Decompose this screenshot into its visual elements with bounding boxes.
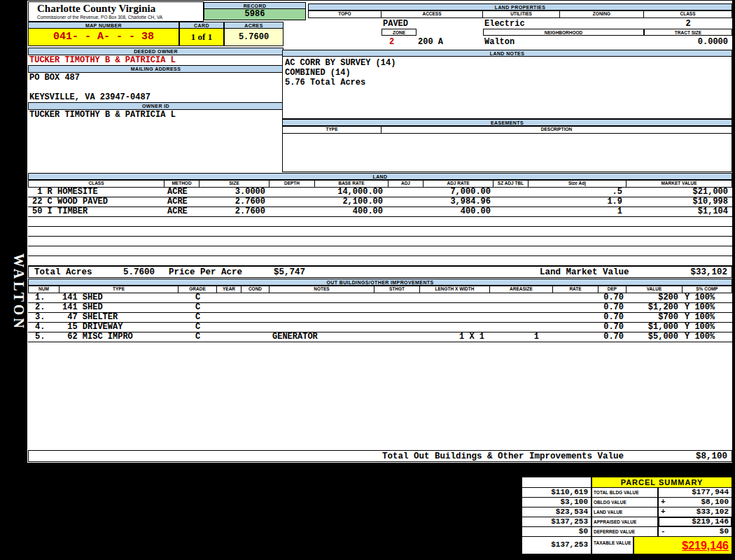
taxable-value-row: $137,253 TAXABLE VALUE $219,146: [522, 536, 732, 554]
ob-cell-comp: Y 100%: [682, 313, 732, 322]
access-value: PAVED: [383, 20, 408, 28]
easements-description-header: DESCRIPTION: [382, 126, 732, 134]
ob-cell-num: 5.: [28, 332, 59, 342]
land-properties-header-row: TOPO ACCESS UTILITIES ZONING CLASS: [308, 10, 732, 18]
ob-cell-type: 141 SHED: [59, 293, 178, 302]
land-col-size-adj: Size Adj: [528, 180, 626, 188]
ob-cell-rate: [553, 303, 598, 312]
previous-value: $0: [522, 526, 592, 537]
ob-cell-cond: [241, 323, 270, 332]
mailing-address-label: MAILING ADDRESS: [28, 65, 284, 73]
out-buildings-total-value: $8,100: [696, 451, 727, 462]
out-buildings-label: OUT BUILDINGS/OTHER IMPROVEMENTS: [28, 279, 732, 286]
land-cell-method: ACRE: [164, 188, 200, 197]
map-number-label: MAP NUMBER: [28, 22, 179, 29]
ob-cell-sthgt: [374, 323, 420, 332]
land-cell-adj: [388, 197, 424, 206]
neighborhood-header: NEIGHBORHOOD: [483, 29, 644, 36]
land-total-row: Total Acres 5.7600 Price Per Acre $5,747…: [28, 266, 732, 278]
land-col-size: SIZE: [200, 180, 270, 188]
record-value: 5986: [204, 9, 306, 20]
land-cell-adj: [388, 207, 424, 216]
land-cell-market-value: $1,104: [626, 207, 732, 216]
ob-cell-rate: [553, 293, 598, 302]
previous-value: $137,253: [522, 517, 592, 527]
land-col-adj-rate: ADJ RATE: [424, 180, 493, 188]
total-acres-label: Total Acres: [34, 267, 92, 278]
land-cell-depth: [270, 197, 315, 206]
land-cell-size: 3.0000: [200, 188, 270, 197]
acres-value: 5.7600: [224, 29, 284, 46]
ob-cell-value: $700: [626, 313, 682, 322]
address-line-2: KEYSVILLE, VA 23947-0487: [28, 92, 284, 102]
value-label: TOTAL BLDG VALUE: [592, 487, 658, 498]
land-cell-method: ACRE: [164, 197, 200, 206]
out-buildings-rows: 1. 141 SHED C 0.70 $200 Y 100% 2. 141 SH…: [28, 293, 732, 342]
ob-col-areasize: AREASIZE: [490, 286, 553, 293]
current-value: $33,102: [696, 507, 729, 517]
ob-cell-cond: [241, 332, 270, 342]
ob-cell-type: 62 MISC IMPRO: [59, 332, 178, 342]
land-cell-size: 2.7600: [200, 207, 270, 216]
land-cell-sz-adj-tbl: [493, 207, 528, 216]
ob-cell-notes: GENERATOR: [270, 332, 374, 342]
land-table-header: CLASS METHOD SIZE DEPTH BASE RATE ADJ AD…: [28, 180, 732, 188]
ob-cell-grade: C: [178, 323, 217, 332]
ob-cell-grade: C: [178, 303, 217, 312]
ob-cell-dep: 0.70: [598, 332, 626, 342]
land-cell-adj-rate: 3,984.96: [424, 197, 493, 206]
land-notes-box: AC CORR BY SURVEY (14) COMBINED (14) 5.7…: [282, 57, 732, 119]
ob-cell-year: [217, 313, 241, 322]
land-cell-method: ACRE: [164, 207, 200, 216]
taxable-previous-value: $137,253: [522, 536, 592, 554]
out-buildings-total-label: Total Out Buildings & Other Improvements…: [382, 451, 624, 462]
land-cell-market-value: $21,000: [626, 188, 732, 197]
ob-cell-length-width: [420, 313, 490, 322]
parcel-summary-rows: $110,619 TOTAL BLDG VALUE $177,944 $3,10…: [522, 487, 732, 537]
land-cell-size: 2.7600: [200, 197, 270, 206]
parcel-summary-row: $110,619 TOTAL BLDG VALUE $177,944: [522, 487, 732, 498]
ob-cell-comp: Y 100%: [682, 323, 732, 332]
out-building-row: 1. 141 SHED C 0.70 $200 Y 100%: [28, 293, 732, 303]
land-col-market-value: MARKET VALUE: [626, 180, 732, 188]
land-table-rows: 1 R HOMESITE ACRE 3.0000 14,000.00 7,000…: [28, 188, 732, 217]
land-cell-size-adj: .5: [528, 188, 626, 197]
ob-col-comp: S% COMP: [682, 286, 732, 293]
taxable-value-label: TAXABLE VALUE: [592, 536, 634, 554]
ob-cell-num: 4.: [28, 323, 59, 332]
land-section-label: LAND: [28, 173, 732, 180]
ob-cell-areasize: [490, 323, 553, 332]
land-col-depth: DEPTH: [270, 180, 315, 188]
ob-cell-notes: [270, 303, 374, 312]
zoning-header: ZONING: [560, 10, 644, 18]
land-empty-row: [28, 256, 732, 266]
ob-col-notes: NOTES: [270, 286, 374, 293]
previous-value: $3,100: [522, 497, 592, 507]
operator-sign: -: [661, 527, 666, 536]
value-label: APPRAISED VALUE: [592, 517, 658, 527]
land-col-class: CLASS: [28, 180, 164, 188]
land-note-line-3: 5.76 Total Acres: [285, 78, 729, 88]
land-notes-label: LAND NOTES: [282, 50, 732, 57]
tract-size-header: TRACT SIZE: [644, 29, 732, 36]
record-box: RECORD 5986: [204, 2, 306, 20]
ob-cell-notes: [270, 323, 374, 332]
access-header: ACCESS: [382, 10, 483, 18]
land-properties-label: LAND PROPERTIES: [308, 4, 732, 10]
ob-cell-year: [217, 323, 241, 332]
parcel-summary-row: $3,100 OBLDG VALUE + $8,100: [522, 497, 732, 507]
ob-cell-dep: 0.70: [598, 303, 626, 312]
land-cell-class: 1 R HOMESITE: [28, 188, 164, 197]
topo-header: TOPO: [308, 10, 382, 18]
land-col-sz-adj-tbl: SZ ADJ TBL: [493, 180, 528, 188]
land-cell-sz-adj-tbl: [493, 197, 528, 206]
price-per-acre-value: $5,747: [274, 267, 305, 278]
ob-col-type: TYPE: [59, 286, 178, 293]
ob-cell-value: $1,200: [626, 303, 682, 312]
land-market-value-label: Land Market Value: [540, 267, 629, 278]
current-value-cell: + $33,102: [658, 507, 732, 517]
land-cell-depth: [270, 207, 315, 216]
address-spacer: [28, 83, 284, 92]
ob-cell-sthgt: [374, 293, 420, 302]
out-building-row: 2. 141 SHED C 0.70 $1,200 Y 100%: [28, 303, 732, 313]
